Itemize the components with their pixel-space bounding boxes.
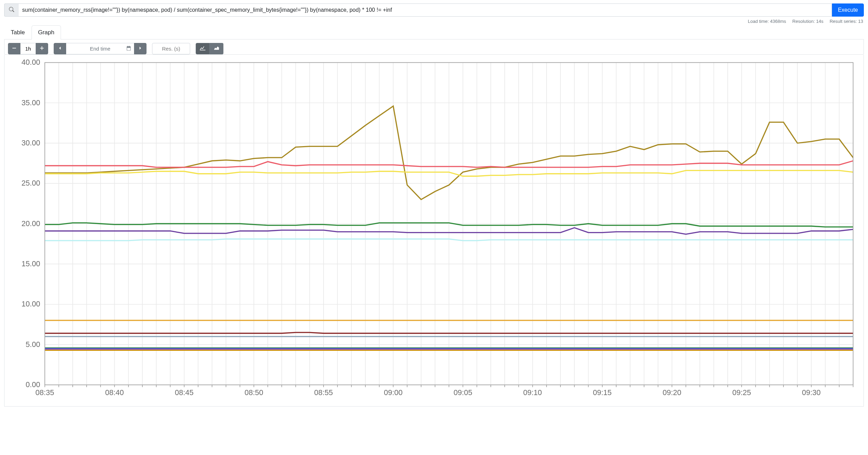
range-group bbox=[8, 43, 48, 54]
query-stats: Load time: 4368ms Resolution: 14s Result… bbox=[4, 17, 864, 24]
svg-text:10.00: 10.00 bbox=[21, 300, 40, 308]
svg-text:09:30: 09:30 bbox=[802, 388, 821, 397]
svg-text:08:40: 08:40 bbox=[105, 388, 124, 397]
svg-text:09:25: 09:25 bbox=[732, 388, 751, 397]
svg-text:09:10: 09:10 bbox=[523, 388, 542, 397]
svg-text:09:15: 09:15 bbox=[593, 388, 612, 397]
end-time-input[interactable]: End time bbox=[66, 43, 134, 54]
expression-input[interactable] bbox=[19, 3, 832, 17]
view-tabs: Table Graph bbox=[4, 25, 864, 39]
svg-text:0.00: 0.00 bbox=[26, 380, 40, 389]
expression-bar: Execute bbox=[4, 3, 864, 17]
svg-text:25.00: 25.00 bbox=[21, 179, 40, 187]
graph-controls: End time bbox=[4, 39, 864, 55]
plus-icon bbox=[39, 46, 44, 52]
svg-text:09:00: 09:00 bbox=[384, 388, 402, 397]
execute-button[interactable]: Execute bbox=[832, 3, 864, 17]
svg-text:5.00: 5.00 bbox=[26, 340, 40, 349]
chart-mode-group bbox=[196, 43, 223, 54]
line-chart-icon bbox=[200, 46, 205, 52]
expression-search-button[interactable] bbox=[4, 3, 19, 17]
line-chart-button[interactable] bbox=[196, 43, 210, 54]
svg-text:35.00: 35.00 bbox=[21, 98, 40, 107]
time-back-button[interactable] bbox=[54, 43, 66, 54]
svg-text:40.00: 40.00 bbox=[21, 58, 40, 66]
svg-text:08:45: 08:45 bbox=[175, 388, 194, 397]
stacked-chart-button[interactable] bbox=[210, 43, 223, 54]
svg-text:08:35: 08:35 bbox=[35, 388, 54, 397]
area-chart-icon bbox=[214, 46, 219, 52]
endtime-group: End time bbox=[54, 43, 147, 54]
chevron-right-icon bbox=[138, 46, 142, 52]
svg-text:08:55: 08:55 bbox=[314, 388, 333, 397]
range-input[interactable] bbox=[20, 43, 36, 54]
resolution-label: Resolution: 14s bbox=[792, 19, 824, 24]
tab-table[interactable]: Table bbox=[4, 25, 32, 39]
svg-text:15.00: 15.00 bbox=[21, 259, 40, 268]
tab-graph[interactable]: Graph bbox=[32, 25, 61, 39]
time-series-chart[interactable]: 0.005.0010.0015.0020.0025.0030.0035.0040… bbox=[8, 57, 860, 402]
range-increase-button[interactable] bbox=[36, 43, 48, 54]
svg-text:08:50: 08:50 bbox=[245, 388, 263, 397]
resolution-input[interactable] bbox=[152, 43, 190, 54]
svg-text:20.00: 20.00 bbox=[21, 219, 40, 228]
chart-container: 0.005.0010.0015.0020.0025.0030.0035.0040… bbox=[4, 55, 864, 407]
minus-icon bbox=[12, 46, 17, 52]
chevron-left-icon bbox=[58, 46, 62, 52]
svg-text:09:20: 09:20 bbox=[663, 388, 681, 397]
end-time-placeholder: End time bbox=[90, 46, 110, 52]
load-time-label: Load time: 4368ms bbox=[748, 19, 786, 24]
search-icon bbox=[9, 7, 14, 14]
calendar-icon bbox=[126, 46, 131, 52]
svg-text:09:05: 09:05 bbox=[453, 388, 472, 397]
time-forward-button[interactable] bbox=[134, 43, 147, 54]
result-series-label: Result series: 13 bbox=[830, 19, 863, 24]
svg-text:30.00: 30.00 bbox=[21, 139, 40, 147]
range-decrease-button[interactable] bbox=[8, 43, 20, 54]
